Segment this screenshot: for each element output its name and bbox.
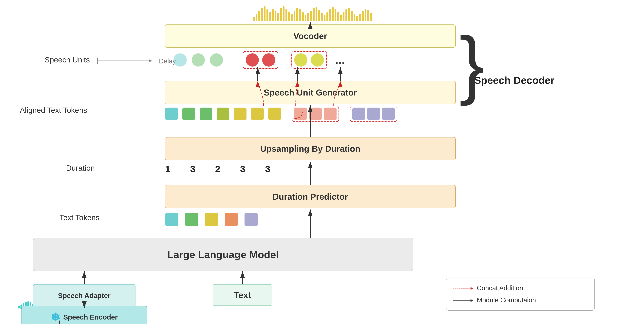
waveform-bar (256, 14, 258, 21)
waveform-bar (307, 13, 309, 21)
dp-box: Duration Predictor (165, 185, 456, 208)
waveform-bar (302, 12, 304, 21)
att-squares (165, 106, 397, 122)
waveform-bar (253, 17, 254, 21)
su-circle-7 (311, 53, 324, 66)
tt-sq-2 (185, 213, 198, 226)
arrows-svg (0, 0, 644, 324)
dots-su: ... (335, 53, 345, 67)
waveform-bar (356, 16, 358, 21)
waveform-bar (329, 9, 331, 21)
waveform-bar (278, 13, 279, 21)
waveform-top-icon (253, 5, 372, 21)
tt-label: Text Tokens (60, 213, 100, 222)
legend-box: Concat Addition Module Computaion (446, 278, 595, 310)
llm-box: Large Language Model (33, 238, 413, 271)
waveform-bar (367, 10, 369, 21)
se-label: Speech Encoder (63, 313, 118, 321)
waveform-bar (318, 10, 320, 21)
su-circle-2 (192, 53, 205, 66)
att-label: Aligned Text Tokens (20, 106, 87, 115)
dur-4: 3 (240, 164, 245, 174)
sug-box: Speech Unit Generator (165, 81, 456, 104)
waveform-bar (346, 9, 347, 21)
att-sq-12 (367, 108, 380, 120)
main-diagram: Vocoder Speech Unit Generator Upsampling… (0, 0, 644, 324)
speech-decoder-label: Speech Decoder (474, 74, 554, 86)
tt-sq-5 (244, 213, 258, 226)
waveform-bar (305, 15, 306, 21)
module-label: Module Computaion (477, 296, 536, 304)
waveform-bar (258, 11, 260, 21)
text-label: Text (234, 290, 251, 300)
waveform-bar (351, 11, 353, 21)
dashed-arrow-icon (453, 288, 473, 288)
waveform-bar (261, 8, 263, 21)
waveform-bar (340, 14, 342, 21)
waveform-bar (343, 12, 345, 21)
su-circle-6 (294, 53, 308, 66)
waveform-bar (316, 7, 317, 21)
att-sq-10 (324, 108, 336, 120)
att-sq-2 (182, 108, 195, 120)
snowflake-icon: ❄ (51, 311, 60, 324)
waveform-bar (324, 15, 326, 21)
waveform-bar (294, 11, 296, 21)
su-circle-5 (262, 53, 276, 66)
dur-1: 1 (165, 164, 170, 174)
waveform-bar (296, 8, 298, 21)
dur-3: 2 (215, 164, 220, 174)
att-sq-11 (352, 108, 365, 120)
waveform-bar (326, 12, 328, 21)
su-circle-1 (174, 53, 187, 66)
waveform-bar (291, 14, 293, 21)
att-sq-5 (234, 108, 246, 120)
legend-item-concat: Concat Addition (453, 284, 588, 292)
waveform-bar (274, 11, 276, 21)
su-circle-3 (210, 53, 223, 66)
att-sq-9 (309, 108, 322, 120)
delay-area: Delay (96, 56, 176, 66)
waveform-bar (286, 8, 287, 21)
waveform-bar (370, 13, 372, 21)
waveform-bar (348, 8, 350, 21)
att-sq-13 (382, 108, 395, 120)
att-sq-1 (165, 108, 178, 120)
svg-marker-3 (149, 59, 152, 62)
waveform-bar (264, 6, 266, 21)
concat-label: Concat Addition (477, 284, 523, 292)
ubd-box: Upsampling By Duration (165, 137, 456, 160)
llm-label: Large Language Model (167, 249, 279, 260)
dur-5: 3 (265, 164, 270, 174)
waveform-bar (321, 13, 323, 21)
dp-label: Duration Predictor (272, 192, 348, 202)
dur-2: 3 (190, 164, 195, 174)
su-circle-4 (246, 53, 259, 66)
waveform-bar (337, 12, 339, 21)
waveform-bar (272, 8, 274, 21)
tt-sq-1 (165, 213, 178, 226)
vocoder-box: Vocoder (165, 24, 456, 48)
waveform-bar (288, 12, 290, 21)
waveform-bar (332, 7, 334, 21)
brace-icon: } (459, 26, 485, 102)
waveform-bar (334, 8, 336, 21)
delay-text: Delay (159, 58, 176, 65)
waveform-bar (283, 6, 285, 21)
text-box: Text (213, 284, 272, 306)
att-sq-3 (200, 108, 212, 120)
waveform-bar (362, 11, 364, 21)
su-circles: ... (174, 51, 345, 69)
waveform-bar (269, 12, 271, 21)
waveform-bar (364, 8, 366, 21)
tt-sq-4 (225, 213, 238, 226)
duration-label: Duration (66, 164, 95, 172)
sa-label: Speech Adapter (58, 292, 110, 300)
tt-sq-3 (205, 213, 218, 226)
att-sq-7 (268, 108, 281, 120)
sug-label: Speech Unit Generator (264, 88, 357, 98)
att-sq-4 (217, 108, 229, 120)
waveform-bar (280, 8, 282, 21)
waveform-bar (354, 14, 356, 21)
tt-squares (165, 213, 258, 226)
